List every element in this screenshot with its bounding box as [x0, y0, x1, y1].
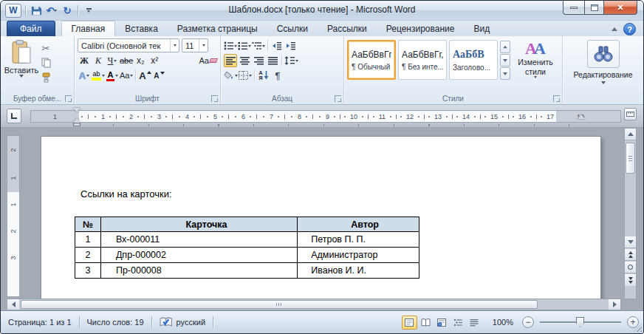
maximize-button[interactable]	[584, 1, 604, 15]
grow-font-button[interactable]: A	[138, 69, 151, 82]
tab-selector-button[interactable]	[7, 109, 21, 123]
shrink-font-button[interactable]: A	[152, 69, 165, 82]
borders-button[interactable]	[239, 69, 252, 82]
select-browse-object-button[interactable]	[625, 262, 636, 273]
previous-page-button[interactable]	[625, 249, 636, 261]
font-name-combobox[interactable]: Calibri (Основной тек	[78, 38, 179, 52]
change-styles-button[interactable]: AA Изменить стили	[513, 40, 558, 78]
decrease-indent-button[interactable]	[270, 39, 284, 52]
line-spacing-button[interactable]	[284, 54, 298, 67]
next-page-button[interactable]	[625, 274, 636, 286]
table-cell[interactable]: Вх-000011	[100, 232, 297, 248]
change-case-button[interactable]: Aa	[120, 69, 133, 82]
proofing-language-indicator[interactable]: русский	[152, 311, 213, 333]
sort-button[interactable]: АЯ	[257, 69, 270, 82]
font-color-button[interactable]: A	[106, 69, 119, 82]
multilevel-list-button[interactable]	[252, 39, 265, 52]
table-cell[interactable]: Администратор	[298, 248, 419, 263]
table-header-cell[interactable]: Карточка	[100, 217, 297, 232]
minimize-button[interactable]	[563, 1, 584, 15]
vertical-ruler[interactable]: 21 123	[7, 135, 20, 297]
italic-button[interactable]: К	[92, 54, 105, 67]
table-header-cell[interactable]: Автор	[298, 217, 419, 232]
copy-button[interactable]	[39, 56, 52, 69]
clipboard-dialog-launcher[interactable]	[65, 95, 72, 102]
minimize-ribbon-button[interactable]	[612, 27, 617, 31]
numbering-button[interactable]	[238, 39, 251, 52]
horizontal-scrollbar[interactable]	[7, 299, 621, 310]
close-button[interactable]: ✕	[604, 1, 637, 15]
align-right-button[interactable]	[252, 54, 265, 67]
align-left-button[interactable]	[224, 54, 237, 67]
right-indent-marker[interactable]	[578, 115, 585, 119]
scroll-up-button[interactable]	[625, 129, 636, 140]
style-no-spacing[interactable]: АаБбВвГг, ¶ Без инте...	[398, 40, 447, 80]
format-painter-button[interactable]	[39, 71, 52, 84]
print-layout-view-button[interactable]	[402, 316, 417, 330]
fullscreen-reading-view-button[interactable]	[418, 316, 434, 330]
styles-scroll-up-button[interactable]	[500, 41, 510, 53]
table-cell[interactable]: Дпр-000002	[100, 248, 297, 263]
tab-mailings[interactable]: Рассылки	[318, 21, 377, 36]
view-ruler-toggle-button[interactable]	[624, 108, 637, 120]
shading-button[interactable]	[224, 69, 238, 82]
hanging-indent-marker[interactable]	[73, 118, 80, 126]
font-dialog-launcher[interactable]	[211, 95, 218, 102]
styles-dialog-launcher[interactable]	[553, 95, 560, 102]
zoom-slider-thumb[interactable]	[576, 317, 584, 327]
increase-indent-button[interactable]	[284, 39, 298, 52]
scroll-left-button[interactable]	[7, 299, 19, 310]
text-highlight-button[interactable]: ab	[92, 69, 105, 82]
align-center-button[interactable]	[238, 54, 251, 67]
font-size-combobox[interactable]: 11	[182, 38, 208, 52]
table-cell[interactable]: 1	[75, 232, 101, 248]
horizontal-ruler[interactable]: 1 1234567891011121314151617 19	[30, 110, 621, 123]
page-number-indicator[interactable]: Страница: 1 из 1	[1, 311, 79, 333]
paragraph-dialog-launcher[interactable]	[335, 95, 341, 102]
document-paragraph[interactable]: Ссылки на карточки:	[80, 188, 172, 200]
clear-formatting-button[interactable]: Aa	[199, 54, 217, 67]
tab-home[interactable]: Главная	[61, 21, 116, 36]
table-cell[interactable]: 3	[75, 263, 101, 279]
vertical-scrollbar[interactable]	[624, 128, 637, 299]
tab-insert[interactable]: Вставка	[115, 21, 168, 36]
paste-button[interactable]: Вставить	[4, 38, 39, 92]
tab-file[interactable]: Файл	[7, 21, 55, 36]
draft-view-button[interactable]	[467, 316, 482, 330]
scroll-right-button[interactable]	[609, 299, 620, 310]
indent-markers[interactable]	[73, 108, 83, 112]
subscript-button[interactable]: x₂	[134, 54, 147, 67]
scroll-down-button[interactable]	[625, 236, 636, 248]
tab-view[interactable]: Вид	[464, 21, 499, 36]
tab-page-layout[interactable]: Разметка страницы	[168, 21, 267, 36]
table-cell[interactable]: 2	[75, 248, 101, 263]
underline-button[interactable]: Ч	[106, 54, 119, 67]
web-layout-view-button[interactable]	[434, 316, 450, 330]
strikethrough-button[interactable]: abe	[120, 54, 133, 67]
text-effects-button[interactable]: A	[78, 69, 91, 82]
cut-button[interactable]: ✂	[39, 41, 52, 55]
bold-button[interactable]: Ж	[78, 54, 91, 67]
zoom-out-button[interactable]: −	[522, 316, 534, 328]
help-button[interactable]: ?	[623, 23, 636, 35]
word-count-indicator[interactable]: Число слов: 19	[80, 311, 151, 333]
show-formatting-marks-button[interactable]: ¶	[271, 69, 284, 82]
bullets-button[interactable]	[224, 39, 237, 52]
editing-group[interactable]: Редактирование	[563, 36, 643, 104]
outline-view-button[interactable]	[451, 316, 466, 330]
style-heading1[interactable]: АаБбВ Заголово...	[449, 40, 498, 80]
justify-button[interactable]	[266, 54, 279, 67]
styles-scroll-down-button[interactable]	[500, 54, 510, 67]
zoom-in-button[interactable]: +	[627, 316, 639, 328]
table-cell[interactable]: Петров П. П.	[298, 232, 419, 248]
titlebar[interactable]: W ↶ ↻ Шаблон.docx [только чтение] - Micr…	[1, 1, 643, 21]
first-line-indent-marker[interactable]	[73, 108, 80, 112]
style-normal[interactable]: АаБбВвГг, ¶ Обычный	[347, 40, 396, 80]
zoom-slider[interactable]	[540, 316, 621, 328]
zoom-level-indicator[interactable]: 100%	[493, 318, 513, 327]
vertical-scroll-thumb[interactable]	[626, 143, 635, 174]
styles-gallery-more-button[interactable]	[500, 67, 510, 80]
tab-references[interactable]: Ссылки	[267, 21, 318, 36]
horizontal-scroll-thumb[interactable]	[21, 300, 538, 309]
superscript-button[interactable]: x²	[148, 54, 161, 67]
